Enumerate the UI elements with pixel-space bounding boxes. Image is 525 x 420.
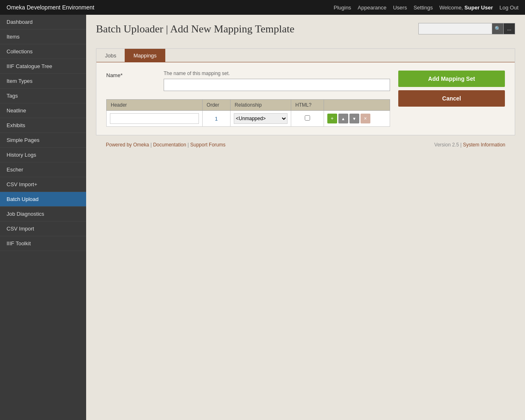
sidebar-item-csv-import-plus[interactable]: CSV Import+: [0, 177, 86, 192]
sidebar-item-escher[interactable]: Escher: [0, 162, 86, 177]
footer: Powered by Omeka | Documentation | Suppo…: [96, 135, 515, 154]
tabs-container: JobsMappings: [96, 49, 515, 62]
tab-mappings[interactable]: Mappings: [125, 49, 165, 62]
name-label: Name*: [106, 71, 155, 78]
search-button[interactable]: 🔍: [492, 23, 504, 34]
add-mapping-set-button[interactable]: Add Mapping Set: [398, 71, 505, 87]
search-container: 🔍 ...: [418, 23, 515, 34]
app-title: Omeka Development Environment: [7, 4, 333, 11]
name-field-row: Name* The name of this mapping set.: [106, 71, 390, 91]
mapping-table: HeaderOrderRelationshipHTML? 1<Unmapped>…: [106, 99, 390, 127]
add-row-button[interactable]: +: [327, 114, 337, 123]
documentation-link[interactable]: Documentation: [153, 142, 186, 148]
sidebar-item-simple-pages[interactable]: Simple Pages: [0, 133, 86, 148]
table-col-1: Order: [202, 100, 230, 111]
sidebar-item-job-diagnostics[interactable]: Job Diagnostics: [0, 207, 86, 221]
sidebar-item-csv-import[interactable]: CSV Import: [0, 221, 86, 236]
row-order-cell: 1: [202, 111, 230, 127]
nav-plugins[interactable]: Plugins: [333, 5, 351, 11]
search-more-button[interactable]: ...: [504, 23, 515, 34]
mapping-table-head: HeaderOrderRelationshipHTML?: [107, 100, 390, 111]
sidebar-item-iiif-catalogue-tree[interactable]: IIIF Catalogue Tree: [0, 59, 86, 74]
name-description: The name of this mapping set.: [164, 71, 390, 76]
row-header-cell: [107, 111, 203, 127]
table-header-row: HeaderOrderRelationshipHTML?: [107, 100, 390, 111]
form-area: Name* The name of this mapping set. Head…: [96, 62, 515, 135]
table-col-4: [324, 100, 390, 111]
sidebar: DashboardItemsCollectionsIIIF Catalogue …: [0, 15, 86, 420]
page-title: Batch Uploader | Add New Mapping Templat…: [96, 23, 294, 35]
move-down-button[interactable]: ▼: [349, 114, 359, 123]
sidebar-item-neatline[interactable]: Neatline: [0, 103, 86, 118]
table-col-3: HTML?: [291, 100, 324, 111]
remove-row-button[interactable]: ×: [361, 114, 370, 123]
search-input[interactable]: [418, 23, 492, 34]
sidebar-item-iiif-toolkit[interactable]: IIIF Toolkit: [0, 236, 86, 251]
sidebar-item-tags[interactable]: Tags: [0, 89, 86, 103]
table-col-0: Header: [107, 100, 203, 111]
nav-settings[interactable]: Settings: [413, 5, 433, 11]
support-forums-link[interactable]: Support Forums: [190, 142, 226, 148]
form-right: Add Mapping Set Cancel: [398, 71, 505, 127]
sidebar-item-history-logs[interactable]: History Logs: [0, 148, 86, 162]
nav-appearance[interactable]: Appearance: [358, 5, 386, 11]
welcome-user: Super User: [464, 5, 493, 11]
sidebar-item-batch-upload[interactable]: Batch Upload: [0, 192, 86, 207]
tab-jobs[interactable]: Jobs: [96, 49, 125, 62]
system-info-link[interactable]: System Information: [463, 142, 505, 148]
name-input[interactable]: [164, 79, 390, 91]
top-navigation: Omeka Development Environment Plugins Ap…: [0, 0, 525, 15]
powered-by-link[interactable]: Powered by Omeka: [106, 142, 149, 148]
row-actions-cell: +▲▼×: [324, 111, 390, 127]
cancel-button[interactable]: Cancel: [398, 90, 505, 107]
content-panel: JobsMappings Name* The name of this mapp…: [96, 48, 515, 135]
name-input-wrap: The name of this mapping set.: [164, 71, 390, 91]
footer-left: Powered by Omeka | Documentation | Suppo…: [106, 142, 226, 148]
nav-users[interactable]: Users: [393, 5, 407, 11]
row-relationship-cell: <Unmapped>: [231, 111, 291, 127]
table-row: 1<Unmapped>+▲▼×: [107, 111, 390, 127]
row-html-cell: [291, 111, 324, 127]
footer-right: Version 2.5 | System Information: [434, 142, 505, 148]
sidebar-item-item-types[interactable]: Item Types: [0, 74, 86, 89]
row-header-input[interactable]: [110, 113, 199, 124]
mapping-table-body: 1<Unmapped>+▲▼×: [107, 111, 390, 127]
logout-link[interactable]: Log Out: [500, 5, 518, 11]
welcome-text: Welcome, Super User: [439, 5, 493, 11]
move-up-button[interactable]: ▲: [338, 114, 348, 123]
sidebar-item-items[interactable]: Items: [0, 30, 86, 44]
main-content: Batch Uploader | Add New Mapping Templat…: [86, 15, 525, 420]
table-col-2: Relationship: [231, 100, 291, 111]
form-left: Name* The name of this mapping set. Head…: [106, 71, 390, 127]
row-actions: +▲▼×: [327, 114, 386, 123]
nav-links: Plugins Appearance Users Settings Welcom…: [333, 5, 518, 11]
layout: DashboardItemsCollectionsIIIF Catalogue …: [0, 15, 525, 420]
row-html-checkbox[interactable]: [305, 115, 310, 121]
sidebar-item-exhibits[interactable]: Exhibits: [0, 118, 86, 133]
row-relationship-select[interactable]: <Unmapped>: [234, 113, 288, 124]
main-header: Batch Uploader | Add New Mapping Templat…: [96, 23, 515, 42]
sidebar-item-collections[interactable]: Collections: [0, 44, 86, 59]
sidebar-item-dashboard[interactable]: Dashboard: [0, 15, 86, 30]
